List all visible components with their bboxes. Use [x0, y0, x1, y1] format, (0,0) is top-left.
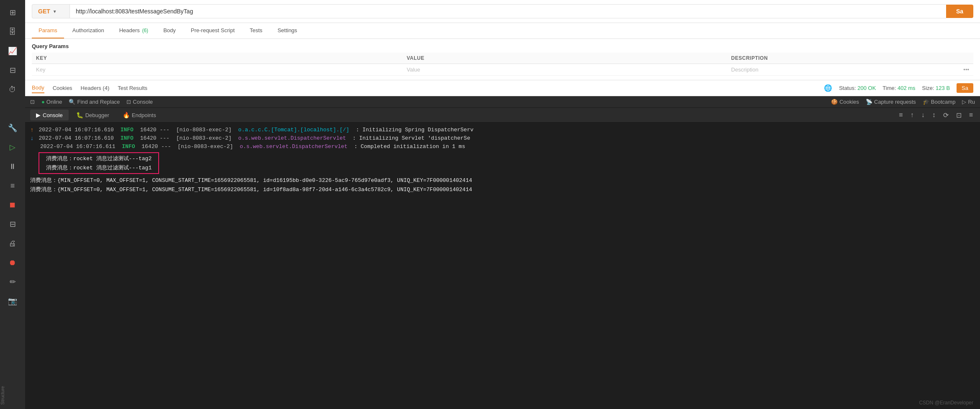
- url-input[interactable]: [69, 4, 946, 18]
- response-bar: Body Cookies Headers (4) Test Results 🌐 …: [25, 80, 980, 96]
- console-tab-console[interactable]: ▶ Console: [30, 110, 69, 120]
- layout-icon[interactable]: ⊞: [4, 4, 21, 21]
- capture-requests-button[interactable]: 📡 Capture requests: [866, 99, 916, 105]
- params-section: Query Params KEY VALUE DESCRIPTION Key V…: [25, 39, 980, 80]
- col-desc-header: DESCRIPTION: [727, 53, 959, 64]
- list2-icon[interactable]: ⊟: [4, 216, 21, 233]
- log-thread: [nio-8083-exec-2]: [174, 143, 233, 150]
- tab-body[interactable]: Body: [157, 23, 183, 38]
- play-icon[interactable]: ▷: [4, 139, 21, 156]
- log-line: 消费消息：{MIN_OFFSET=0, MAX_OFFSET=1, CONSUM…: [30, 176, 975, 185]
- log-level: INFO: [117, 135, 134, 141]
- runner-icon: ▷: [962, 99, 966, 105]
- refresh-icon[interactable]: ⟳: [941, 110, 951, 120]
- key-placeholder[interactable]: Key: [32, 64, 402, 76]
- console-label: Console: [133, 99, 153, 105]
- settings-icon[interactable]: 🔧: [4, 120, 21, 136]
- find-replace-button[interactable]: 🔍 Find and Replace: [69, 99, 120, 105]
- method-chevron-icon: ▼: [53, 9, 57, 14]
- console-tab-endpoints[interactable]: 🔥 Endpoints: [117, 110, 162, 120]
- params-table: KEY VALUE DESCRIPTION Key Value Descript…: [32, 53, 973, 76]
- col-key-header: KEY: [32, 53, 402, 64]
- sidebar: ⊞ 🗄 📈 ⊟ ⏱ 🔧 ▷ ⏸ ≡ ⏹ ⊟ 🖨 ⏺ ✏ 📷 Structure: [0, 0, 25, 409]
- layout-toggle-button[interactable]: ⊡: [30, 99, 35, 105]
- desc-placeholder[interactable]: Description: [727, 64, 959, 76]
- save-response-button[interactable]: Sa: [957, 83, 973, 93]
- edit-icon[interactable]: ✏: [4, 274, 21, 290]
- log-thread: [nio-8083-exec-2]: [173, 127, 231, 133]
- size-label: Size: 123 B: [922, 85, 950, 91]
- bootcamp-label: Bootcamp: [931, 99, 956, 105]
- chart-icon[interactable]: 📈: [4, 43, 21, 59]
- response-tab-test-results[interactable]: Test Results: [118, 83, 147, 93]
- globe-icon: 🌐: [824, 84, 832, 92]
- method-select[interactable]: GET ▼: [32, 4, 69, 18]
- headers-badge: (6): [142, 28, 148, 33]
- log-message: : Completed initialization in 1 ms: [351, 143, 465, 150]
- record-icon[interactable]: ⏺: [4, 254, 21, 271]
- debugger-tab-icon: 🐛: [76, 112, 83, 118]
- log-thread: [nio-8083-exec-2]: [173, 135, 231, 141]
- tab-settings[interactable]: Settings: [271, 23, 304, 38]
- history-icon[interactable]: ⏱: [4, 81, 21, 98]
- request-bar: GET ▼ Sa: [25, 0, 980, 23]
- bootcamp-button[interactable]: 🎓 Bootcamp: [923, 99, 956, 105]
- response-tab-cookies[interactable]: Cookies: [53, 83, 72, 93]
- more-icon[interactable]: •••: [959, 64, 973, 76]
- response-tab-body[interactable]: Body: [32, 83, 44, 93]
- cookies-button[interactable]: 🍪 Cookies: [831, 99, 859, 105]
- tab-headers-label: Headers: [119, 27, 140, 33]
- filter-icon[interactable]: ≡: [897, 110, 905, 120]
- table-icon[interactable]: ⊡: [954, 110, 964, 120]
- tab-pre-request[interactable]: Pre-request Script: [184, 23, 242, 38]
- runner-button[interactable]: ▷ Ru: [962, 99, 975, 105]
- log-line: ↑ 2022-07-04 16:07:16.610 INFO 16420 ---…: [30, 126, 975, 134]
- toolbar-right: 🍪 Cookies 📡 Capture requests 🎓 Bootcamp …: [831, 99, 975, 105]
- log-thread-id: 16420 ---: [138, 143, 171, 150]
- consume-line-1: 消费消息：rocket 消息过滤测试---tag2: [43, 154, 155, 163]
- print-icon[interactable]: 🖨: [4, 235, 21, 252]
- online-dot-icon: ●: [41, 99, 45, 105]
- request-tabs: Params Authorization Headers (6) Body Pr…: [25, 23, 980, 39]
- upload-icon[interactable]: ↑: [908, 110, 916, 120]
- tab-params-label: Params: [39, 27, 57, 33]
- console-button[interactable]: ⊡ Console: [126, 99, 153, 105]
- method-label: GET: [38, 8, 50, 15]
- pause-icon[interactable]: ⏸: [4, 158, 21, 175]
- database-icon[interactable]: 🗄: [4, 23, 21, 40]
- transfer-icon[interactable]: ↕: [930, 110, 938, 120]
- value-placeholder[interactable]: Value: [402, 64, 727, 76]
- download-icon[interactable]: ↓: [919, 110, 927, 120]
- list3-icon[interactable]: ≡: [967, 110, 975, 120]
- stop-icon[interactable]: ⏹: [4, 197, 21, 213]
- console-actions: ≡ ↑ ↓ ↕ ⟳ ⊡ ≡: [897, 110, 975, 120]
- list-icon[interactable]: ≡: [4, 177, 21, 194]
- log-level: INFO: [117, 127, 134, 133]
- log-class: o.s.web.servlet.DispatcherServlet: [237, 143, 347, 150]
- response-status: 🌐 Status: 200 OK Time: 402 ms Size: 123 …: [824, 83, 973, 93]
- col-more-header: [959, 53, 973, 64]
- send-button[interactable]: Sa: [946, 5, 973, 18]
- console-tab-debugger[interactable]: 🐛 Debugger: [70, 110, 115, 120]
- tab-authorization[interactable]: Authorization: [66, 23, 111, 38]
- tab-tests[interactable]: Tests: [243, 23, 269, 38]
- bootcamp-icon: 🎓: [923, 99, 929, 105]
- down-arrow-icon: ↓: [30, 135, 33, 142]
- log-thread-id: 16420 ---: [137, 135, 170, 141]
- camera-icon[interactable]: 📷: [4, 293, 21, 309]
- log-class: o.a.c.c.C.[Tomcat].[localhost].[/]: [235, 127, 349, 133]
- response-tab-headers[interactable]: Headers (4): [81, 83, 110, 93]
- online-status[interactable]: ● Online: [41, 99, 62, 105]
- endpoints-tab-icon: 🔥: [123, 112, 130, 118]
- tab-headers[interactable]: Headers (6): [113, 23, 155, 38]
- console-tab-debugger-label: Debugger: [85, 112, 109, 118]
- log-timestamp: 2022-07-04 16:07:16.610: [39, 127, 113, 133]
- console-icon: ⊡: [126, 99, 131, 105]
- tab-params[interactable]: Params: [32, 23, 64, 38]
- console-output[interactable]: ↑ 2022-07-04 16:07:16.610 INFO 16420 ---…: [25, 123, 980, 409]
- network-icon[interactable]: ⊟: [4, 62, 21, 79]
- col-value-header: VALUE: [402, 53, 727, 64]
- cookies-label: Cookies: [839, 99, 859, 105]
- console-area: ▶ Console 🐛 Debugger 🔥 Endpoints ≡ ↑ ↓ ↕…: [25, 108, 980, 409]
- log-message: : Initializing Spring DispatcherServ: [352, 127, 473, 133]
